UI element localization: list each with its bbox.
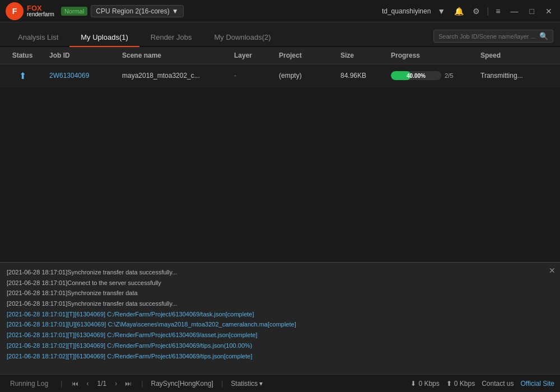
nav-last-button[interactable]: ⏭ bbox=[123, 379, 133, 389]
log-line: [2021-06-28 18:17:02][T][61304069] C:/Re… bbox=[7, 351, 553, 362]
log-line: [2021-06-28 18:17:01]Synchronize transfe… bbox=[7, 267, 553, 278]
running-log-label: Running Log bbox=[6, 380, 53, 388]
region-label: CPU Region 2(16-cores) bbox=[96, 7, 169, 15]
cell-project: (empty) bbox=[274, 72, 336, 80]
progress-pct-label: 40.00% bbox=[407, 73, 426, 79]
upload-speed-value: 0 Kbps bbox=[454, 380, 475, 388]
nav-next-button[interactable]: › bbox=[113, 379, 119, 389]
minimize-button[interactable]: — bbox=[507, 6, 522, 17]
logo-area: F FOX renderfarm bbox=[4, 1, 54, 21]
tabs-bar: Analysis List My Uploads(1) Render Jobs … bbox=[0, 22, 560, 47]
table-area: Status Job ID Scene name Layer Project S… bbox=[0, 47, 560, 262]
statistics-button[interactable]: Statistics ▾ bbox=[231, 380, 263, 388]
cell-jobid: 2W61304069 bbox=[45, 72, 118, 80]
footer: Running Log | ⏮ ‹ 1/1 › ⏭ | RaySync[Hong… bbox=[0, 374, 560, 392]
gear-icon[interactable]: ⚙ bbox=[470, 6, 482, 17]
search-box[interactable]: 🔍 bbox=[433, 30, 553, 43]
col-header-status: Status bbox=[0, 52, 45, 59]
log-line: [2021-06-28 18:17:01][U][61304069] C:\Z\… bbox=[7, 319, 553, 330]
cell-size: 84.96KB bbox=[336, 72, 386, 80]
bell-icon[interactable]: 🔔 bbox=[452, 6, 466, 17]
download-speed-value: 0 Kbps bbox=[418, 380, 439, 388]
log-line: [2021-06-28 18:17:01]Synchronize transfe… bbox=[7, 288, 553, 298]
search-input[interactable] bbox=[438, 33, 539, 40]
cell-progress: 40.00% 2/5 bbox=[386, 71, 476, 80]
col-header-project: Project bbox=[274, 52, 336, 59]
col-header-jobid: Job ID bbox=[45, 52, 118, 59]
statistics-label: Statistics bbox=[231, 380, 258, 388]
log-content[interactable]: [2021-06-28 18:17:01]Synchronize transfe… bbox=[0, 263, 560, 374]
svg-text:F: F bbox=[12, 7, 17, 16]
tab-my-uploads[interactable]: My Uploads(1) bbox=[69, 29, 139, 47]
tab-analysis-list[interactable]: Analysis List bbox=[7, 29, 69, 47]
progress-bar-wrap: 40.00% 2/5 bbox=[391, 71, 472, 80]
upload-speed: ⬆ 0 Kbps bbox=[446, 380, 475, 388]
table-row[interactable]: ⬆ 2W61304069 maya2018_mtoa3202_c... - (e… bbox=[0, 64, 560, 87]
log-line: [2021-06-28 18:17:01]Connect to the serv… bbox=[7, 278, 553, 288]
log-close-button[interactable]: ✕ bbox=[549, 266, 556, 275]
log-line: [2021-06-28 18:17:02][T][61304069] C:/Re… bbox=[7, 340, 553, 351]
official-site-link[interactable]: Official Site bbox=[521, 380, 554, 388]
titlebar: F FOX renderfarm Normal CPU Region 2(16-… bbox=[0, 0, 560, 22]
logo-renderfarm-word: renderfarm bbox=[27, 12, 54, 17]
upload-icon: ⬆ bbox=[446, 380, 452, 388]
download-speed: ⬇ 0 Kbps bbox=[410, 380, 439, 388]
col-header-scene: Scene name bbox=[118, 52, 230, 59]
region-selector[interactable]: CPU Region 2(16-cores) ▼ bbox=[91, 5, 183, 17]
statistics-arrow-icon: ▾ bbox=[259, 380, 263, 388]
col-header-progress: Progress bbox=[386, 52, 476, 59]
progress-bar-bg: 40.00% bbox=[391, 71, 441, 80]
col-header-speed: Speed bbox=[476, 52, 560, 59]
cell-layer: - bbox=[230, 72, 274, 80]
contact-us-link[interactable]: Contact us bbox=[482, 380, 514, 388]
log-line: [2021-06-28 18:17:01][T][61304069] C:/Re… bbox=[7, 330, 553, 340]
logo-text: FOX renderfarm bbox=[27, 4, 54, 17]
nav-first-button[interactable]: ⏮ bbox=[70, 379, 80, 389]
chevron-down-icon: ▼ bbox=[172, 7, 179, 15]
raysync-label: RaySync[HongKong] bbox=[151, 380, 213, 388]
menu-icon[interactable]: ≡ bbox=[493, 6, 502, 17]
close-button[interactable]: ✕ bbox=[542, 6, 556, 17]
log-panel: ✕ [2021-06-28 18:17:01]Synchronize trans… bbox=[0, 262, 560, 374]
log-line: [2021-06-28 18:17:01][T][61304069] C:/Re… bbox=[7, 309, 553, 320]
cell-status: ⬆ bbox=[0, 69, 45, 82]
tab-render-jobs[interactable]: Render Jobs bbox=[139, 29, 203, 47]
log-line: [2021-06-28 18:17:01]Synchronize transfe… bbox=[7, 298, 553, 309]
table-header: Status Job ID Scene name Layer Project S… bbox=[0, 47, 560, 64]
username-label: td_quanshiyinen bbox=[382, 7, 431, 15]
upload-status-icon: ⬆ bbox=[16, 69, 29, 82]
cell-speed: Transmitting... bbox=[476, 72, 560, 80]
progress-count-label: 2/5 bbox=[445, 72, 453, 79]
col-header-layer: Layer bbox=[230, 52, 274, 59]
footer-right: ⬇ 0 Kbps ⬆ 0 Kbps Contact us Official Si… bbox=[410, 380, 554, 388]
fox-logo-icon: F bbox=[4, 1, 25, 21]
cell-scene: maya2018_mtoa3202_c... bbox=[118, 72, 230, 80]
titlebar-right: td_quanshiyinen ▼ 🔔 ⚙ | ≡ — □ ✕ bbox=[382, 6, 556, 17]
col-header-size: Size bbox=[336, 52, 386, 59]
page-indicator: 1/1 bbox=[95, 380, 109, 388]
search-icon: 🔍 bbox=[539, 32, 548, 40]
download-icon: ⬇ bbox=[410, 380, 416, 388]
main-content: Status Job ID Scene name Layer Project S… bbox=[0, 47, 560, 374]
maximize-button[interactable]: □ bbox=[526, 6, 538, 17]
chevron-user-icon[interactable]: ▼ bbox=[435, 6, 447, 17]
nav-prev-button[interactable]: ‹ bbox=[85, 379, 90, 389]
mode-badge: Normal bbox=[61, 7, 87, 16]
tab-my-downloads[interactable]: My Downloads(2) bbox=[203, 29, 282, 47]
